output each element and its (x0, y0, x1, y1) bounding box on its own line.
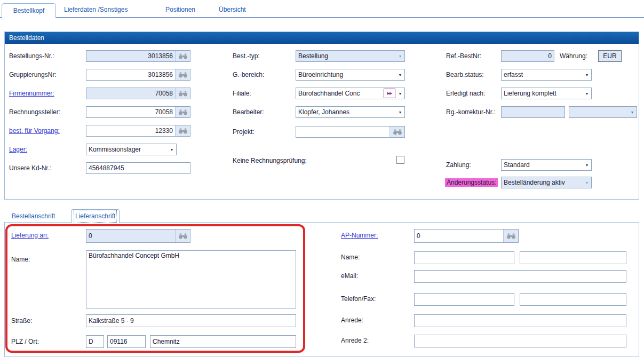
lieferung-an-input (86, 230, 175, 242)
rechnungssteller-label: Rechnungssteller: (9, 108, 60, 116)
filiale-dropdown[interactable]: Bürofachhandel Conc ▶▶ ▼ (296, 88, 405, 99)
ort-input[interactable] (150, 335, 296, 348)
tab-strip-underline (0, 17, 644, 18)
lieferung-an-link[interactable]: Lieferung an: (11, 232, 49, 239)
best-typ-value: Bestellung (296, 52, 396, 60)
bearbeiter-dropdown[interactable]: Klopfer, Johannes ▼ (296, 106, 405, 118)
rechnungssteller-field (86, 106, 190, 118)
unsere-kd-nr-input[interactable] (86, 162, 190, 174)
rechnungssteller-input[interactable] (86, 107, 175, 117)
country-input[interactable] (86, 335, 104, 348)
plz-input[interactable] (107, 335, 146, 348)
lager-dropdown[interactable]: Kommissionslager ▼ (86, 144, 177, 155)
anrede-input[interactable] (414, 314, 626, 327)
bearbeiter-label: Bearbeiter: (233, 108, 264, 116)
anrede2-label: Anrede 2: (341, 337, 369, 344)
g-bereich-dropdown[interactable]: Büroeinrichtung ▼ (296, 69, 405, 81)
ap-nummer-field (414, 229, 519, 243)
best-fuer-vorgang-input[interactable] (86, 125, 175, 136)
gruppierungs-nr-input[interactable] (86, 69, 175, 80)
chevron-down-icon: ▼ (583, 181, 591, 185)
zahlung-label: Zahlung: (446, 161, 471, 169)
bestelldaten-panel-title: Bestelldaten (5, 32, 639, 44)
aenderungsstatus-label: Änderungsstatus: (445, 178, 498, 187)
erledigt-nach-dropdown[interactable]: Lieferung komplett ▼ (501, 88, 592, 99)
lager-link[interactable]: Lager: (9, 146, 27, 153)
best-typ-dropdown: Bestellung ▼ (296, 50, 405, 62)
email-input[interactable] (414, 270, 626, 283)
bestellungs-nr-search-button[interactable] (175, 51, 190, 61)
rg-korrektur-nr-label: Rg.-korrektur-Nr.: (446, 108, 496, 116)
gruppierungs-nr-label: GruppierungsNr: (9, 71, 57, 78)
chevron-down-icon: ▼ (396, 110, 404, 114)
best-fuer-vorgang-search-button[interactable] (175, 125, 190, 136)
tab-positionen[interactable]: Positionen (165, 6, 195, 13)
firmennummer-field (86, 88, 190, 99)
firmennummer-search-button[interactable] (175, 88, 190, 99)
telefon-input[interactable] (414, 293, 514, 306)
tab-bestellkopf[interactable]: Bestellkopf (2, 3, 56, 18)
bestellungs-nr-field (86, 50, 190, 62)
g-bereich-label: G.-bereich: (233, 71, 264, 78)
ap-nummer-link[interactable]: AP-Nummer: (341, 232, 378, 239)
rechnungssteller-search-button[interactable] (175, 107, 190, 117)
chevron-down-icon: ▼ (583, 73, 591, 77)
order-form-page: Bestellkopf Lieferdaten /Sonstiges Posit… (0, 0, 644, 364)
lieferung-an-search-button[interactable] (175, 230, 190, 242)
waehrung-input (598, 50, 622, 62)
firmennummer-link[interactable]: Firmennummer: (9, 90, 54, 97)
binoculars-icon (178, 233, 188, 239)
waehrung-label: Währung: (560, 52, 587, 60)
plz-ort-label: PLZ / Ort: (11, 338, 39, 345)
gruppierungs-nr-field (86, 69, 190, 81)
erledigt-nach-label: Erledigt nach: (446, 90, 485, 97)
best-fuer-vorgang-field (86, 125, 190, 137)
ref-bestnr-label: Ref.-BestNr: (446, 52, 481, 60)
projekt-label: Projekt: (233, 128, 255, 136)
ap-name-input-1[interactable] (414, 251, 514, 264)
bearbeiter-value: Klopfer, Johannes (296, 108, 396, 116)
gruppierungs-nr-search-button[interactable] (175, 69, 190, 80)
bestellungs-nr-input (86, 51, 175, 61)
tab-lieferanschrift[interactable]: Lieferanschrift (71, 209, 120, 223)
projekt-input[interactable] (296, 126, 389, 137)
aenderungsstatus-dropdown: Bestelländerung aktiv ▼ (501, 177, 592, 188)
filiale-goto-button[interactable]: ▶▶ (384, 89, 395, 98)
filiale-value: Bürofachhandel Conc (296, 89, 384, 98)
email-label: eMail: (341, 272, 358, 280)
tab-lieferanschrift-label: Lieferanschrift (74, 210, 117, 223)
keine-rechnungspruefung-checkbox[interactable] (396, 156, 404, 164)
bearb-status-value: erfasst (502, 70, 583, 79)
chevron-down-icon: ▼ (168, 148, 176, 152)
chevron-down-icon: ▼ (396, 54, 404, 58)
tab-bestellanschrift[interactable]: Bestellanschrift (12, 212, 55, 220)
tab-uebersicht[interactable]: Übersicht (219, 6, 246, 13)
binoculars-icon (178, 109, 188, 115)
bearb-status-dropdown[interactable]: erfasst ▼ (501, 69, 592, 81)
strasse-label: Straße: (11, 317, 32, 325)
bearb-status-label: Bearb.status: (446, 71, 484, 78)
binoculars-icon (178, 53, 188, 59)
zahlung-dropdown[interactable]: Standard ▼ (501, 159, 592, 171)
anrede2-input[interactable] (414, 335, 626, 347)
tab-lieferdaten-sonstiges[interactable]: Lieferdaten /Sonstiges (64, 6, 128, 13)
chevron-down-icon: ▼ (396, 92, 404, 96)
ap-name-input-2[interactable] (520, 251, 626, 264)
ref-bestnr-input (501, 50, 554, 62)
binoculars-icon (178, 128, 188, 134)
bestelldaten-panel: Bestelldaten Bestellungs-Nr.: Gruppierun… (4, 31, 639, 200)
binoculars-icon (178, 90, 188, 97)
best-fuer-vorgang-link[interactable]: best. für Vorgang: (9, 127, 60, 134)
strasse-input[interactable] (86, 314, 296, 327)
anrede-label: Anrede: (341, 316, 363, 324)
filiale-label: Filiale: (233, 90, 251, 97)
fax-input[interactable] (520, 293, 626, 306)
aenderungsstatus-value: Bestelländerung aktiv (502, 178, 583, 187)
firmennummer-input (86, 88, 175, 99)
projekt-search-button[interactable] (389, 126, 404, 137)
ap-nummer-search-button[interactable] (503, 230, 518, 242)
zahlung-value: Standard (502, 161, 583, 169)
liefer-name-label: Name: (11, 256, 30, 263)
liefer-name-textarea[interactable]: Bürofachhandel Concept GmbH (86, 250, 296, 308)
ap-nummer-input[interactable] (415, 230, 503, 242)
